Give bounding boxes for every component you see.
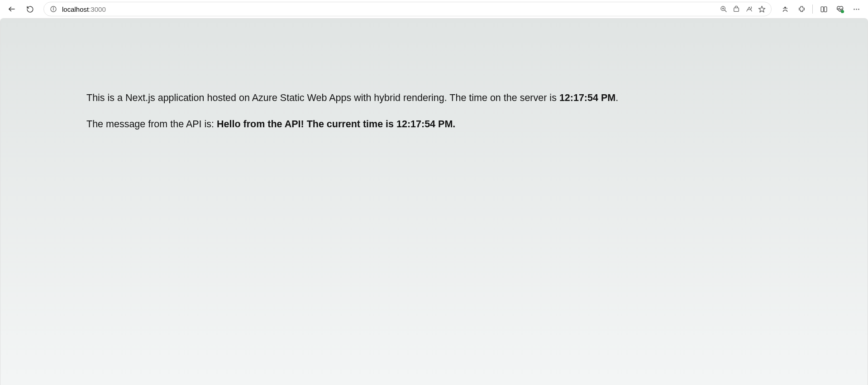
shopping-icon[interactable]: [732, 5, 740, 13]
server-time-value: 12:17:54 PM: [559, 92, 615, 103]
svg-point-11: [784, 7, 787, 9]
page-content: This is a Next.js application hosted on …: [0, 19, 868, 131]
site-info-icon[interactable]: [49, 5, 57, 13]
svg-line-5: [725, 10, 726, 12]
page-viewport: This is a Next.js application hosted on …: [0, 18, 868, 385]
split-screen-icon[interactable]: [816, 2, 831, 16]
browser-toolbar: localhost:3000: [0, 0, 868, 18]
svg-point-19: [858, 9, 859, 10]
extensions-icon[interactable]: [794, 2, 809, 16]
server-time-paragraph: This is a Next.js application hosted on …: [86, 91, 868, 105]
svg-point-12: [783, 8, 784, 9]
extension-1-icon[interactable]: [778, 2, 792, 16]
refresh-icon: [26, 5, 34, 13]
api-message-intro: The message from the API is:: [86, 119, 217, 130]
api-message-paragraph: The message from the API is: Hello from …: [86, 117, 868, 131]
url-text[interactable]: localhost:3000: [62, 5, 715, 13]
svg-marker-10: [758, 6, 765, 12]
back-button[interactable]: [5, 2, 19, 16]
arrow-left-icon: [8, 5, 16, 13]
read-aloud-icon[interactable]: [745, 5, 753, 13]
svg-point-3: [53, 8, 53, 8]
refresh-button[interactable]: [23, 2, 37, 16]
svg-rect-14: [821, 6, 824, 11]
svg-point-17: [854, 9, 855, 10]
svg-rect-8: [734, 8, 739, 11]
svg-point-18: [856, 9, 857, 10]
extension-toolbar: [778, 2, 863, 16]
toolbar-separator: [812, 5, 813, 14]
more-menu-icon[interactable]: [849, 2, 863, 16]
server-time-period: .: [615, 92, 618, 103]
address-bar[interactable]: localhost:3000: [43, 2, 772, 16]
favorite-icon[interactable]: [758, 5, 766, 13]
url-port: :3000: [89, 5, 106, 13]
zoom-icon[interactable]: [720, 5, 728, 13]
server-time-intro: This is a Next.js application hosted on …: [86, 92, 559, 103]
svg-point-16: [840, 10, 844, 13]
api-message-value: Hello from the API! The current time is …: [217, 119, 455, 130]
health-icon[interactable]: [833, 2, 847, 16]
url-host: localhost: [62, 5, 89, 13]
svg-rect-15: [824, 6, 827, 11]
svg-point-13: [787, 8, 787, 9]
